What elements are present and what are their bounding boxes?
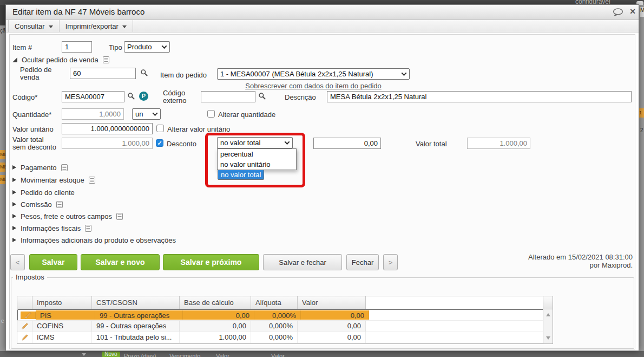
desconto-valor-input[interactable]: 0,00 xyxy=(313,138,381,149)
product-badge-icon[interactable]: P xyxy=(139,92,148,101)
section-comissao[interactable]: Comissão xyxy=(12,200,63,209)
table-row-pis[interactable]: PIS 99 - Outras operações 0,00 0,000% 0,… xyxy=(17,309,553,321)
valor-unitario-input[interactable]: 1.000,0000000000 xyxy=(62,123,153,134)
section-movimentar-estoque[interactable]: Movimentar estoque xyxy=(12,176,95,184)
notes-icon[interactable] xyxy=(61,164,68,171)
edit-pencil-icon[interactable] xyxy=(17,332,32,343)
background-row-fragment: ME xyxy=(0,163,5,172)
comment-bubble-icon[interactable] xyxy=(612,8,624,19)
header-cst-csosn: CST/CSOSN xyxy=(92,296,180,309)
section-pagamento[interactable]: Pagamento xyxy=(12,163,68,172)
desconto-checkbox[interactable]: ✓ xyxy=(156,139,163,147)
valor-total-sem-desconto-input[interactable]: 1.000,00 xyxy=(62,138,153,149)
desconto-tipo-dropdown: percentual no valor unitário no valor to… xyxy=(217,148,297,170)
dropdown-option-no-valor-total[interactable]: no valor total xyxy=(218,170,264,180)
dialog-toolbar: Consultar Imprimir/exportar xyxy=(6,20,639,33)
alterar-valor-unitario-checkbox[interactable] xyxy=(156,125,164,132)
table-row-cofins[interactable]: COFINS 99 - Outras operações 0,00 0,000%… xyxy=(17,321,553,332)
cell-base: 0,00 xyxy=(183,310,254,320)
dropdown-option-no-valor-unitario[interactable]: no valor unitário xyxy=(218,159,296,170)
menu-imprimir-exportar[interactable]: Imprimir/exportar xyxy=(60,20,133,32)
triangle-collapsed-icon xyxy=(12,226,16,230)
alterar-quantidade-checkbox[interactable] xyxy=(207,110,215,118)
section-ocultar-pedido-venda[interactable]: Ocultar pedido de venda xyxy=(12,55,109,64)
close-icon[interactable]: ✕ xyxy=(628,7,637,17)
codigo-externo-input[interactable] xyxy=(201,91,255,102)
salvar-e-proximo-button[interactable]: Salvar e próximo xyxy=(163,254,259,270)
table-row-icms[interactable]: ICMS 101 - Tributada pelo si... 1.000,00… xyxy=(17,332,553,343)
cell-filler xyxy=(366,321,553,332)
notes-icon[interactable] xyxy=(85,225,91,232)
impostos-table: Imposto CST/CSOSN Base de cálculo Alíquo… xyxy=(17,296,553,344)
sobrescrever-link[interactable]: Sobrescrever com dados do item do pedido xyxy=(217,82,410,90)
item-pedido-select[interactable]: 1 - MESA00007 (MESA Bétula 2x2x1,25 Natu… xyxy=(217,68,410,80)
background-text: M xyxy=(640,7,644,17)
quantidade-input[interactable]: 1,0000 xyxy=(62,108,124,120)
search-icon[interactable] xyxy=(140,69,148,79)
item-number-input[interactable]: 1 xyxy=(62,41,92,53)
header-aliquota: Alíquota xyxy=(251,296,298,309)
notes-icon[interactable] xyxy=(116,213,123,220)
next-item-button[interactable]: > xyxy=(383,254,398,270)
chevron-down-icon xyxy=(49,25,53,28)
edit-item-dialog: Editar item da NF 47 Móveis barroco ✕ Co… xyxy=(5,4,639,351)
previous-item-button[interactable]: < xyxy=(10,254,25,270)
valor-total-input[interactable]: 1.000,00 xyxy=(467,138,530,149)
notes-icon[interactable] xyxy=(103,56,109,63)
background-chevron-icon xyxy=(82,353,86,356)
codigo-input[interactable]: MESA00007 xyxy=(62,91,124,102)
audit-line1: Alterado em 15/02/2021 08:31:00 xyxy=(528,253,633,261)
section-pedido-do-cliente[interactable]: Pedido do cliente xyxy=(12,188,75,197)
background-text: Prazo (dias) xyxy=(124,353,156,357)
tipo-select[interactable]: Produto xyxy=(124,41,170,53)
triangle-collapsed-icon xyxy=(12,214,16,218)
background-text: Valor xyxy=(271,353,285,357)
cell-imposto: ICMS xyxy=(32,332,92,343)
triangle-collapsed-icon xyxy=(12,202,16,206)
section-label: Pesos, frete e outros campos xyxy=(21,212,112,220)
fechar-button[interactable]: Fechar xyxy=(346,254,379,270)
pedido-venda-input[interactable]: 60 xyxy=(70,68,136,79)
section-informacoes-adicionais[interactable]: Informações adicionais do produto e obse… xyxy=(12,236,176,244)
alterar-quantidade-label: Alterar quantidade xyxy=(218,111,275,119)
background-row-fragment: ME xyxy=(0,175,5,184)
section-pesos-frete[interactable]: Pesos, frete e outros campos xyxy=(12,212,123,220)
pedido-venda-label: Pedido de xyxy=(20,66,52,74)
scroll-up-icon[interactable] xyxy=(546,313,550,316)
desconto-tipo-select[interactable]: no valor total xyxy=(217,137,293,148)
menu-consultar[interactable]: Consultar xyxy=(8,20,60,32)
scroll-down-icon[interactable] xyxy=(546,336,550,340)
salvar-button[interactable]: Salvar xyxy=(29,254,77,270)
salvar-e-novo-button[interactable]: Salvar e novo xyxy=(81,254,160,270)
header-filler xyxy=(366,296,543,309)
section-label: Pagamento xyxy=(21,164,57,172)
edit-pencil-icon[interactable] xyxy=(21,311,36,319)
edit-pencil-icon[interactable] xyxy=(17,321,32,332)
chevron-down-icon xyxy=(162,43,167,49)
descricao-input[interactable]: MESA Bétula 2x2x1,25 Natural xyxy=(327,91,632,102)
impostos-legend: Impostos xyxy=(13,273,47,281)
triangle-collapsed-icon xyxy=(12,238,16,242)
screen: configurável çã ME ME ME e M 1 2 Novo Pr… xyxy=(0,0,644,357)
table-scrollbar[interactable] xyxy=(543,309,553,343)
background-novo-button: Novo xyxy=(102,352,120,357)
cell-imposto: COFINS xyxy=(32,321,92,332)
unidade-select[interactable]: un xyxy=(132,108,161,120)
notes-icon[interactable] xyxy=(56,201,63,208)
section-label: Informações adicionais do produto e obse… xyxy=(21,236,176,244)
item-number-label: Item # xyxy=(12,43,32,51)
section-label: Movimentar estoque xyxy=(21,176,84,184)
cell-cst: 99 - Outras operações xyxy=(92,321,180,332)
cell-imposto: PIS xyxy=(36,310,95,320)
codigo-externo-label-2: externo xyxy=(163,96,186,105)
salvar-e-fechar-button[interactable]: Salvar e fechar xyxy=(263,254,342,270)
search-icon[interactable] xyxy=(258,92,266,102)
notes-icon[interactable] xyxy=(89,177,95,184)
section-informacoes-fiscais[interactable]: Informações fiscais xyxy=(12,224,91,232)
descricao-label: Descrição xyxy=(285,93,316,101)
menu-imprimir-label: Imprimir/exportar xyxy=(65,22,119,30)
cell-valor: 0,00 xyxy=(298,332,366,343)
chevron-down-icon xyxy=(122,25,127,28)
search-icon[interactable] xyxy=(127,92,135,102)
dropdown-option-percentual[interactable]: percentual xyxy=(218,149,296,159)
